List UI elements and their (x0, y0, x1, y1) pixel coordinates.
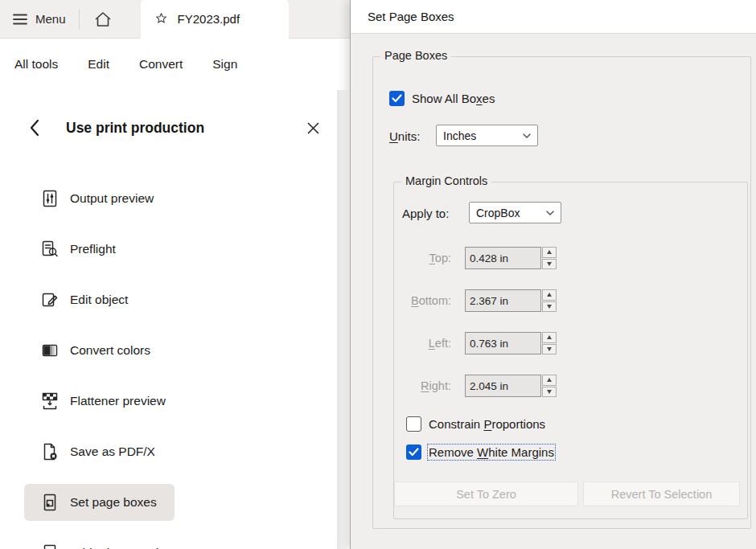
remove-white-margins-checkbox[interactable] (406, 445, 421, 460)
star-icon[interactable] (154, 11, 169, 27)
margin-row-top: Top: 0.428 in (394, 247, 557, 269)
bottom-label: Bottom: (394, 294, 451, 307)
tool-item-convert-colors[interactable]: Convert colors (0, 325, 338, 375)
left-input[interactable]: 0.763 in (465, 332, 541, 354)
units-label: Units: (389, 129, 420, 143)
tool-item-add-printer-marks[interactable]: Add printer marks (0, 527, 338, 549)
constrain-proportions-label: Constrain Proportions (429, 417, 545, 431)
convert-colors-icon (40, 341, 60, 360)
bottom-spinner (542, 289, 557, 312)
constrain-proportions-checkbox[interactable] (406, 416, 421, 432)
tool-list: Output preview Preflight Edit object (0, 173, 338, 549)
show-all-boxes-row: Show All Boxes (389, 91, 495, 106)
triangle-up-icon (547, 378, 552, 382)
document-tab-title: FY2023.pdf (178, 12, 240, 26)
margin-controls-group: Margin Controls Apply to: CropBox Top: 0… (393, 182, 748, 519)
menu-label: Menu (35, 12, 66, 26)
show-all-boxes-checkbox[interactable] (389, 91, 405, 106)
remove-white-margins-row: Remove White Margins (406, 445, 554, 460)
left-label: Left: (394, 337, 451, 350)
margin-row-left: Left: 0.763 in (394, 332, 557, 354)
spin-up-button[interactable] (542, 289, 557, 301)
top-input[interactable]: 0.428 in (465, 247, 541, 269)
spin-up-button[interactable] (542, 247, 557, 258)
spin-up-button[interactable] (542, 332, 557, 343)
tool-item-save-as-pdfx[interactable]: Save as PDF/X (0, 426, 338, 477)
show-all-boxes-label: Show All Boxes (412, 92, 495, 105)
nav-convert[interactable]: Convert (139, 57, 183, 72)
tool-item-label: Add printer marks (70, 546, 168, 549)
tool-item-label: Convert colors (70, 343, 150, 358)
tool-item-flattener-preview[interactable]: Flattener preview (0, 375, 338, 426)
tool-item-label: Flattener preview (70, 394, 166, 408)
spin-down-button[interactable] (542, 259, 557, 270)
chevron-down-icon (523, 133, 531, 138)
page-boxes-group: Page Boxes Show All Boxes Units: Inches … (372, 56, 751, 529)
tool-item-label: Save as PDF/X (70, 445, 155, 459)
triangle-down-icon (547, 347, 552, 351)
constrain-proportions-row: Constrain Proportions (406, 416, 545, 432)
right-input[interactable]: 2.045 in (465, 375, 541, 397)
top-spinner (542, 247, 557, 269)
panel-edge-shadow (337, 90, 350, 549)
nav-sign[interactable]: Sign (212, 57, 237, 72)
spin-down-button[interactable] (542, 344, 557, 355)
spin-up-button[interactable] (542, 375, 557, 386)
apply-to-value: CropBox (476, 207, 520, 219)
tool-item-label: Output preview (70, 191, 154, 206)
menu-button[interactable]: Menu (0, 0, 79, 39)
tool-item-label: Edit object (70, 293, 128, 307)
spin-down-button[interactable] (542, 387, 557, 398)
bottom-input[interactable]: 2.367 in (465, 289, 541, 312)
nav-all-tools[interactable]: All tools (14, 57, 58, 72)
margin-controls-group-label: Margin Controls (401, 174, 491, 187)
set-page-boxes-icon (40, 493, 60, 512)
dialog-title: Set Page Boxes (368, 10, 454, 23)
check-icon (409, 448, 419, 457)
top-toolbar: Menu FY2023.pdf (0, 0, 350, 39)
check-icon (392, 94, 402, 103)
triangle-up-icon (547, 335, 552, 339)
triangle-down-icon (547, 262, 552, 266)
tool-item-output-preview[interactable]: Output preview (0, 173, 338, 223)
right-spinner (542, 375, 557, 397)
panel-header: Use print production (0, 109, 338, 146)
left-spinner (542, 332, 557, 354)
page-boxes-group-label: Page Boxes (380, 49, 451, 62)
tool-item-label: Preflight (70, 242, 116, 256)
main-nav: All tools Edit Convert Sign (0, 39, 350, 89)
nav-edit[interactable]: Edit (88, 57, 109, 72)
set-to-zero-button[interactable]: Set To Zero (394, 481, 578, 506)
units-select[interactable]: Inches (436, 125, 538, 146)
output-preview-icon (40, 189, 60, 208)
tool-item-edit-object[interactable]: Edit object (0, 274, 338, 325)
dialog-titlebar: Set Page Boxes (351, 0, 756, 34)
tool-item-preflight[interactable]: Preflight (0, 223, 338, 274)
margin-row-bottom: Bottom: 2.367 in (394, 289, 557, 312)
set-page-boxes-dialog: Set Page Boxes Page Boxes Show All Boxes… (350, 0, 756, 549)
home-button[interactable] (80, 0, 126, 39)
preflight-icon (40, 240, 60, 259)
panel-title: Use print production (66, 120, 204, 137)
tool-item-set-page-boxes[interactable]: Set page boxes (0, 477, 338, 527)
triangle-up-icon (547, 250, 552, 254)
apply-to-label: Apply to: (402, 207, 449, 220)
margin-row-right: Right: 2.045 in (394, 375, 557, 397)
units-value: Inches (443, 129, 476, 142)
top-label: Top: (394, 252, 451, 264)
back-button[interactable] (29, 118, 47, 137)
document-tab[interactable]: FY2023.pdf (141, 0, 289, 39)
triangle-down-icon (547, 390, 552, 394)
apply-to-select[interactable]: CropBox (469, 202, 561, 223)
close-panel-button[interactable] (304, 119, 322, 137)
revert-to-selection-button[interactable]: Revert To Selection (583, 481, 740, 506)
triangle-down-icon (547, 305, 552, 309)
tool-item-label: Set page boxes (70, 495, 157, 510)
save-as-pdfx-icon (40, 442, 60, 461)
hamburger-icon (13, 14, 27, 25)
remove-white-margins-label: Remove White Margins (429, 445, 554, 459)
right-label: Right: (394, 379, 451, 392)
spin-down-button[interactable] (542, 301, 557, 313)
flattener-preview-icon (40, 391, 60, 411)
acrobat-app: Menu FY2023.pdf All tools Edit Convert S… (0, 0, 350, 549)
